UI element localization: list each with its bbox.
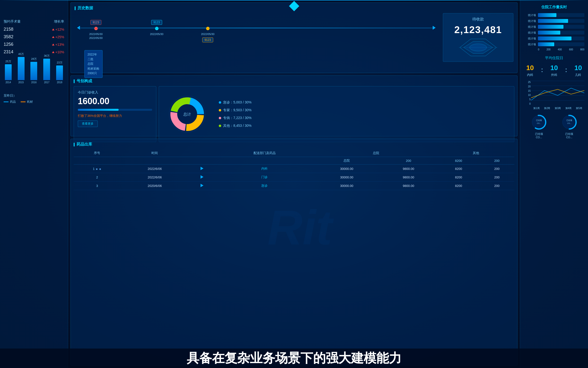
hao-income-title: 今日门诊收入 xyxy=(78,90,152,95)
horiz-bar-label-5: 统计项 xyxy=(524,37,536,40)
legend-label-jizhen: 急诊：5,003 / 30% xyxy=(223,100,252,105)
bar-fill-2014 xyxy=(5,64,12,80)
growth-2: +25% xyxy=(52,35,64,39)
play-icon-2[interactable] xyxy=(201,175,203,179)
drug-cell-v2-2: 8200 xyxy=(438,173,479,182)
sub-empty xyxy=(189,157,215,165)
timeline-tag-2: 9123 xyxy=(151,20,162,25)
horiz-bar-6: 统计项 xyxy=(524,42,584,46)
circle-ring-svg-2: 已结项 CO... xyxy=(561,114,578,131)
col-total: 总院 xyxy=(314,149,438,157)
timeline-dot-2 xyxy=(155,27,158,30)
surgery-row-4: 2314 +10% xyxy=(4,49,64,55)
legend-dot-zhuanjia xyxy=(219,109,221,111)
circle-stats: 已结项 CO... 已结项CO... 已结项 CO... 已结项CO... xyxy=(524,114,584,139)
avg-stay-neike-label: 内科 xyxy=(527,73,533,77)
legend-material-label: 耗材 xyxy=(27,100,33,104)
line-chart-svg xyxy=(531,81,584,105)
timeline-line xyxy=(79,28,433,28)
hao-desc: 打败了36%全国平台，继续努力 xyxy=(78,114,152,118)
svg-text:已结项: 已结项 xyxy=(536,119,542,121)
x-label-0: 0 xyxy=(538,48,539,51)
drug-row-2: 2 2022/6/06 门诊 30000.00 9800.00 8200 200 xyxy=(74,173,514,182)
growth-1: +12% xyxy=(52,28,64,31)
donut-svg: 总计 xyxy=(163,90,211,138)
drug-cell-date-3: 2020/6/06 xyxy=(121,182,189,190)
horiz-bar-label-2: 统计项 xyxy=(524,19,536,23)
play-icon-3[interactable] xyxy=(201,184,203,187)
circle-item-2: 已结项 CO... 已结项CO... xyxy=(561,114,578,139)
x-label-week5: 第5周 xyxy=(576,107,582,110)
legend-item-zhuanbing: 专病：7,223 / 30% xyxy=(219,116,252,120)
center-panel: 历史数据 9123 2022/05/30 2022/05/3 xyxy=(68,0,520,368)
line-chart-grid xyxy=(531,81,584,105)
surgery-header: 预约手术量 增长率 xyxy=(4,19,64,24)
drug-row-1: 1 2022/6/06 内科 30000.00 9800.00 8200 200 xyxy=(74,165,514,173)
avg-stay-waike-label: 外科 xyxy=(551,73,557,77)
drug-cell-v1-1: 9800.00 xyxy=(379,165,438,173)
drug-cell-v2-3: 8200 xyxy=(438,182,479,190)
hao-desc-suffix: 全国平台，继续努力 xyxy=(94,114,122,118)
colon-2: ： xyxy=(563,65,570,77)
hao-section: 今日门诊收入 1600.00 打败了36%全国平台，继续努力 查看更多 xyxy=(74,86,514,142)
horiz-bar-label-4: 统计项 xyxy=(524,31,536,35)
horiz-bar-4: 统计项 xyxy=(524,31,584,35)
bar-year-2015: 2015 xyxy=(18,81,24,84)
horiz-bar-1: 统计项 xyxy=(524,13,584,17)
x-label-week3: 第3周 xyxy=(555,107,561,110)
svg-text:CO...: CO... xyxy=(537,122,541,124)
hao-desc-prefix: 打败了 xyxy=(78,114,87,118)
legend-drug: 药品 xyxy=(4,100,16,104)
y-label-15: 15 xyxy=(524,90,531,92)
surgery-value-2: 3582 xyxy=(4,34,13,39)
timeline-date-1: 2022/05/30 xyxy=(89,33,103,36)
drug-table-head: 序号 时间 配送部门及药品 总院 其他 总院 200 82 xyxy=(74,149,514,165)
pending-value: 2,123,481 xyxy=(454,24,502,35)
surgery-section: 预约手术量 增长率 2158 +12% 3582 +25% 1256 xyxy=(4,19,64,55)
bar-item-2017: 36万 2017 xyxy=(42,54,51,84)
play-icon-1[interactable] xyxy=(201,167,203,170)
sub-other1: 8200 xyxy=(438,157,479,165)
horiz-bar-fill-4 xyxy=(538,31,560,35)
bar-label-2014-top: 25万 xyxy=(5,60,11,63)
x-label-week4: 第4周 xyxy=(565,107,572,110)
timeline-node-2: 9123 2022/05/30 xyxy=(150,26,163,36)
drug-cell-play-1[interactable] xyxy=(189,165,215,173)
bar-fill-2017 xyxy=(43,59,50,80)
avg-stay-neike-num: 10 xyxy=(526,64,534,72)
bar-fill-2015 xyxy=(18,57,25,80)
bar-label-2017-top: 36万 xyxy=(44,54,50,58)
view-more-button[interactable]: 查看更多 xyxy=(78,120,98,127)
sub-dept xyxy=(215,157,314,165)
timeline-date-3a: 2022/05/30 xyxy=(201,33,214,36)
avg-stay-erke-num: 10 xyxy=(574,64,582,72)
left-panel: 预约手术量 增长率 2158 +12% 3582 +25% 1256 xyxy=(0,0,68,368)
bar-fill-2018 xyxy=(56,65,63,80)
timeline-date-1b: 2022/05/30 xyxy=(89,37,103,39)
svg-text:已结项: 已结项 xyxy=(566,119,572,121)
col-dept: 配送部门及药品 xyxy=(215,149,314,157)
donut-legend: 急诊：5,003 / 30% 专家：9,503 / 30% 专病：7,223 /… xyxy=(219,100,252,128)
horiz-bar-track-3 xyxy=(538,25,584,29)
avg-stay-title: 平均住院日 xyxy=(524,56,584,60)
horiz-x-axis: 0 200 400 600 800 xyxy=(524,48,584,51)
tooltip-line4: 2000只 xyxy=(88,71,99,76)
sub-other2: 200 xyxy=(479,157,514,165)
drug-cell-dept-2: 门诊 xyxy=(215,173,314,182)
bar-chart-section: 25万 2014 45万 2015 28万 2016 36万 2 xyxy=(4,59,64,89)
drug-cell-no-1: 1 xyxy=(74,165,121,173)
hao-progress-fill xyxy=(78,109,119,111)
bar-label-2015-top: 45万 xyxy=(18,52,24,56)
arrow-up-4 xyxy=(52,51,54,53)
timeline-node-3: 2022/05/30 9123 xyxy=(201,26,214,42)
legend-item-zhuanjia: 专家：9,503 / 30% xyxy=(219,108,252,112)
drug-table-header-row: 序号 时间 配送部门及药品 总院 其他 xyxy=(74,149,514,157)
timeline-dot-3 xyxy=(206,27,210,30)
drug-cell-play-2[interactable] xyxy=(189,173,215,182)
drug-cell-play-3[interactable] xyxy=(189,182,215,190)
x-label-800: 800 xyxy=(580,48,584,51)
bar-year-2018: 2018 xyxy=(57,81,62,84)
y-label-20: 20 xyxy=(524,85,531,88)
bar-label-2018-top: 23万 xyxy=(57,61,62,64)
bottom-subtitle: 具备在复杂业务场景下的强大建模能力 xyxy=(0,349,588,368)
